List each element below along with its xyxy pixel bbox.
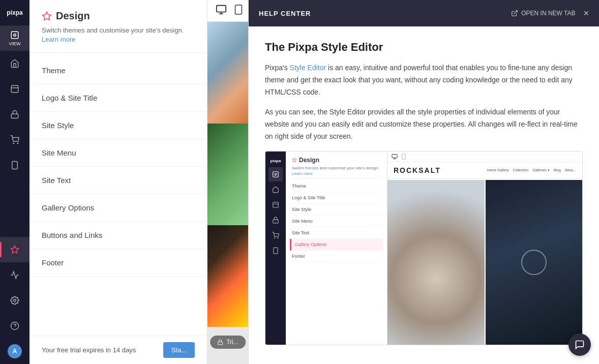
device-bar: [207, 0, 248, 22]
article-title: The Pixpa Style Editor: [265, 41, 583, 54]
logo[interactable]: pixpa: [0, 0, 29, 25]
mini-site-preview: ROCKSALT Home Gallery Collection Galleri…: [387, 162, 582, 345]
mini-main-inner: ROCKSALT Home Gallery Collection Galleri…: [387, 151, 582, 345]
svg-rect-30: [402, 154, 406, 159]
help-close-button[interactable]: ×: [583, 8, 589, 19]
svg-rect-26: [274, 248, 278, 254]
mini-pages-icon: [268, 198, 283, 212]
mini-main-area: ROCKSALT Home Gallery Collection Galleri…: [387, 151, 582, 345]
svg-rect-7: [12, 162, 18, 169]
main-preview: Tri...: [207, 0, 248, 364]
mini-icon-bar: pixpa: [265, 151, 286, 345]
preview-image-3: [207, 225, 248, 327]
preview-image-2: [207, 124, 248, 225]
mini-nav-site-menu: Site Menu: [292, 216, 381, 227]
svg-rect-23: [273, 220, 279, 223]
style-editor-link[interactable]: Style Editor: [290, 64, 326, 72]
mini-sidebar-desc: Switch themes and customise your site's …: [292, 166, 381, 170]
help-body: The Pixpa Style Editor Pixpa's Style Edi…: [249, 26, 599, 364]
svg-rect-21: [273, 202, 279, 208]
icon-bar: pixpa VIEW: [0, 0, 29, 364]
sidebar-item-pages[interactable]: [0, 76, 29, 102]
sidebar-nav: Theme Logo & Site Title Site Style Site …: [29, 53, 207, 336]
svg-rect-4: [11, 114, 18, 118]
learn-more-link[interactable]: Learn more: [42, 36, 75, 43]
svg-point-6: [17, 143, 18, 144]
mini-circle-decoration: [521, 250, 547, 275]
sidebar-nav-footer[interactable]: Footer: [29, 249, 207, 277]
mini-design-icon: [292, 158, 297, 163]
svg-point-9: [14, 299, 16, 302]
sidebar-description: Switch themes and customise your site's …: [42, 26, 195, 44]
sidebar-item-store[interactable]: [0, 127, 29, 153]
user-avatar-container[interactable]: A: [0, 339, 29, 364]
help-panel: HELP CENTER OPEN IN NEW TAB × The Pixpa …: [248, 0, 599, 364]
svg-point-25: [278, 237, 278, 238]
mini-sidebar-title: Design: [292, 157, 381, 164]
help-header: HELP CENTER OPEN IN NEW TAB ×: [249, 0, 599, 26]
active-indicator: [0, 242, 2, 257]
sidebar-item-design[interactable]: [0, 237, 29, 262]
mini-screenshot-container: pixpa: [265, 151, 582, 345]
sidebar-nav-gallery-options[interactable]: Gallery Options: [29, 194, 207, 222]
mini-nav-footer: Footer: [292, 251, 381, 262]
design-icon: [42, 11, 52, 21]
mini-nav-theme: Theme: [292, 180, 381, 192]
mini-nav-bar: ROCKSALT Home Gallery Collection Galleri…: [387, 162, 582, 179]
mini-store-icon: [268, 228, 283, 242]
sidebar-nav-theme[interactable]: Theme: [29, 57, 207, 84]
desktop-icon[interactable]: [216, 4, 227, 17]
sidebar-nav-buttons-links[interactable]: Buttons and Links: [29, 222, 207, 249]
sidebar-nav-site-menu[interactable]: Site Menu: [29, 139, 207, 167]
svg-rect-19: [273, 172, 279, 177]
lock-overlay: Tri...: [210, 336, 246, 349]
open-in-new-tab-button[interactable]: OPEN IN NEW TAB: [511, 10, 575, 17]
mini-brand-name: ROCKSALT: [394, 166, 441, 174]
article-paragraph-1: Pixpa's Style Editor is an easy, intuiti…: [265, 62, 583, 98]
sidebar-item-settings[interactable]: [0, 288, 29, 313]
sidebar-item-help[interactable]: [0, 313, 29, 339]
svg-point-5: [13, 143, 14, 144]
mini-preview-img-2: [486, 180, 583, 345]
svg-rect-0: [11, 32, 18, 39]
help-screenshot: pixpa: [265, 151, 583, 345]
sidebar-nav-site-text[interactable]: Site Text: [29, 167, 207, 194]
preview-content: Tri...: [207, 22, 248, 364]
svg-rect-17: [218, 342, 223, 345]
mini-nav-site-style: Site Style: [292, 204, 381, 216]
help-header-actions: OPEN IN NEW TAB ×: [511, 8, 589, 19]
mini-sidebar: Design Switch themes and customise your …: [286, 151, 387, 345]
sidebar-item-view[interactable]: VIEW: [0, 25, 29, 51]
mini-preview-img-1: [387, 180, 485, 345]
sidebar-item-mobile[interactable]: [0, 153, 29, 178]
avatar: A: [8, 344, 22, 358]
svg-line-18: [514, 11, 517, 14]
trial-text: Your free trial expires in 14 days: [42, 346, 136, 354]
chat-bubble[interactable]: [568, 333, 591, 356]
mini-mobile-icon: [268, 244, 283, 258]
mini-learn-more: Learn more: [292, 171, 381, 176]
mini-desktop-icon: [392, 154, 398, 160]
sidebar-title: Design: [42, 10, 195, 22]
mini-nav-site-text: Site Text: [292, 227, 381, 239]
mobile-icon[interactable]: [233, 4, 244, 17]
mini-nav-logo: Logo & Site Title: [292, 192, 381, 204]
svg-point-24: [275, 237, 275, 238]
mini-logo: pixpa: [271, 156, 281, 166]
svg-rect-27: [392, 154, 397, 158]
svg-point-20: [275, 173, 277, 175]
svg-rect-12: [217, 6, 226, 12]
external-link-icon: [511, 10, 518, 17]
mini-device-bar: [387, 151, 582, 162]
sidebar-item-home[interactable]: [0, 51, 29, 76]
sidebar-header: Design Switch themes and customise your …: [29, 0, 207, 53]
start-button[interactable]: Sta...: [163, 342, 195, 358]
svg-rect-2: [11, 85, 18, 93]
sidebar-nav-logo-site-title[interactable]: Logo & Site Title: [29, 84, 207, 112]
svg-point-1: [14, 34, 16, 36]
sidebar-item-marketing[interactable]: [0, 262, 29, 288]
sidebar-nav-site-style[interactable]: Site Style: [29, 112, 207, 139]
sidebar-item-lock[interactable]: [0, 102, 29, 127]
trial-bar: Your free trial expires in 14 days Sta..…: [29, 336, 207, 364]
help-center-title: HELP CENTER: [259, 10, 311, 17]
